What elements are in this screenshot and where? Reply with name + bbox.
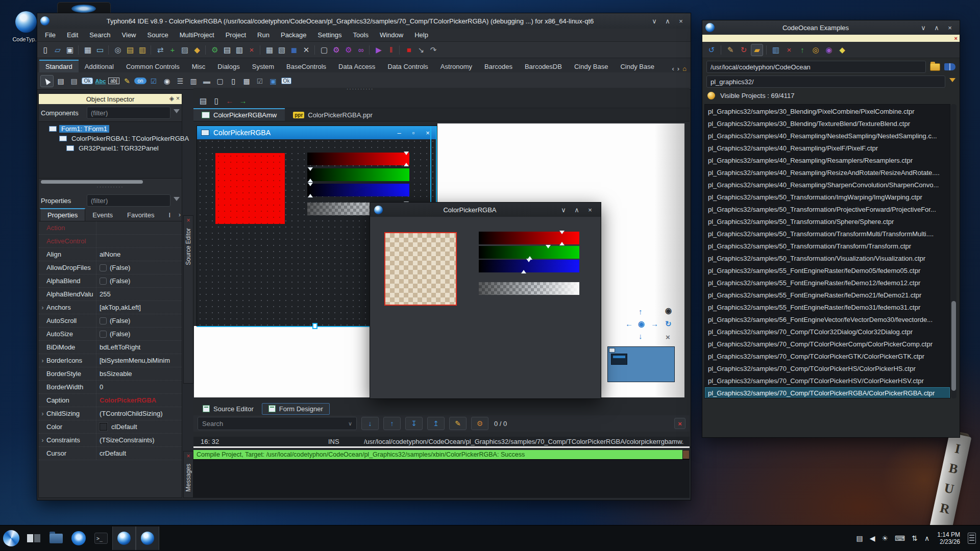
eye-icon[interactable]: ◉ bbox=[665, 306, 672, 315]
project-list-item[interactable]: pl_Graphics32/samples/30_Blending/PixelC… bbox=[705, 106, 950, 118]
green-gear-icon[interactable]: ⚙ bbox=[209, 44, 221, 56]
slider-marker[interactable] bbox=[559, 242, 565, 245]
radiobutton-component[interactable]: ◉ bbox=[161, 75, 173, 87]
menu-item[interactable]: File bbox=[40, 30, 60, 40]
close-button[interactable]: × bbox=[674, 17, 688, 25]
panel-component[interactable]: ▩ bbox=[240, 75, 253, 87]
add-unit-icon[interactable]: + bbox=[166, 44, 179, 56]
property-row[interactable]: › Align alNone bbox=[39, 248, 182, 261]
project-list-item[interactable]: pl_Graphics32/samples/50_Transformation/… bbox=[705, 191, 950, 204]
project-list-item[interactable]: pl_Graphics32/samples/55_FontEngineRaste… bbox=[705, 302, 950, 314]
project-list-item[interactable]: pl_Graphics32/samples/50_Transformation/… bbox=[705, 228, 950, 240]
notes-icon[interactable]: ▤ bbox=[856, 534, 863, 542]
property-value[interactable]: (False) bbox=[96, 314, 182, 327]
save-all-icon[interactable]: ▦ bbox=[82, 44, 94, 56]
slider-marker[interactable] bbox=[526, 259, 531, 262]
back-icon[interactable]: ← bbox=[224, 95, 235, 107]
palette-tab[interactable]: Common Controls bbox=[120, 61, 186, 72]
menu-item[interactable]: Source bbox=[143, 30, 173, 40]
clock[interactable]: 1:14 PM 2/23/26 bbox=[934, 531, 963, 545]
run-icon[interactable]: ▶ bbox=[373, 44, 385, 56]
close-icon[interactable]: × bbox=[954, 35, 958, 41]
inspector-tab[interactable]: Favorites bbox=[120, 209, 161, 221]
open-folder-icon[interactable]: ▰ bbox=[751, 44, 763, 56]
update-icon[interactable]: ↑ bbox=[796, 44, 808, 56]
refresh-icon[interactable]: ↻ bbox=[665, 319, 672, 329]
menu-item[interactable]: MultiProject bbox=[175, 30, 219, 40]
search-input[interactable]: Search ∨ bbox=[198, 417, 357, 430]
palette-home-icon[interactable]: ⌂ bbox=[682, 65, 687, 72]
mainmenu-component[interactable]: ▤ bbox=[55, 75, 67, 87]
scrollbar-component[interactable]: ▬ bbox=[201, 75, 213, 87]
color-preview-box[interactable] bbox=[215, 153, 285, 224]
project-list-item[interactable]: pl_Graphics32/samples/50_Transformation/… bbox=[705, 204, 950, 216]
highlight-icon[interactable]: ✎ bbox=[449, 417, 467, 430]
designed-form-titlebar[interactable]: ColorPickerRGBA – ▫ × bbox=[197, 126, 437, 139]
sync-icon[interactable]: ↺ bbox=[705, 44, 718, 56]
property-value[interactable] bbox=[96, 221, 182, 234]
search-project-icon[interactable]: ◎ bbox=[810, 44, 822, 56]
nav-center-icon[interactable]: ◉ bbox=[638, 319, 645, 329]
menu-item[interactable]: Window bbox=[375, 30, 408, 40]
property-row[interactable]: › AutoSize (False) bbox=[39, 328, 182, 341]
toggle-form-icon[interactable]: ⇄ bbox=[154, 44, 166, 56]
project-list-item[interactable]: pl_Graphics32/samples/56_FontEngineVecto… bbox=[705, 314, 950, 326]
menu-item[interactable]: Edit bbox=[62, 30, 83, 40]
button-component[interactable]: Ok bbox=[81, 75, 93, 87]
nav-right-icon[interactable]: → bbox=[651, 319, 658, 328]
editor-splitter-handle[interactable]: ·········· bbox=[347, 87, 374, 94]
tree-item[interactable]: ColorPickerRGBA1: TColorPickerRGBA bbox=[39, 134, 182, 143]
listbox-component[interactable]: ☰ bbox=[174, 75, 186, 87]
expand-arrow-icon[interactable]: › bbox=[39, 437, 46, 444]
path-input[interactable]: /usr/local/codetyphon/CodeOcean bbox=[706, 61, 926, 73]
open-folder-icon[interactable] bbox=[930, 63, 940, 71]
window-component[interactable]: ▣ bbox=[267, 75, 279, 87]
red-slider[interactable] bbox=[307, 153, 409, 165]
project-list-item[interactable]: pl_Graphics32/samples/70_Comp/TColorPick… bbox=[705, 387, 950, 398]
property-row[interactable]: › BiDiMode bdLeftToRight bbox=[39, 341, 182, 354]
close-icon[interactable]: × bbox=[186, 453, 190, 460]
property-row[interactable]: › Anchors [akTop,akLeft] bbox=[39, 301, 182, 314]
property-row[interactable]: › BorderIcons [biSystemMenu,biMinim bbox=[39, 354, 182, 367]
desktop-pager[interactable] bbox=[22, 527, 45, 549]
expand-arrow-icon[interactable]: › bbox=[39, 304, 46, 311]
form-resize-handle[interactable] bbox=[312, 323, 317, 329]
tabs-overflow-icon[interactable]: › bbox=[179, 211, 181, 218]
project-list-item[interactable]: pl_Graphics32/samples/55_FontEngineRaste… bbox=[705, 265, 950, 277]
edit-component[interactable]: ab| bbox=[108, 75, 120, 87]
forms-icon[interactable]: ▥ bbox=[136, 44, 149, 56]
project-list-item[interactable]: pl_Graphics32/samples/50_Transformation/… bbox=[705, 216, 950, 228]
save-icon[interactable]: ▣ bbox=[64, 44, 76, 56]
property-value[interactable]: (TControlChildSizing) bbox=[96, 407, 182, 420]
property-value[interactable]: (False) bbox=[96, 274, 182, 287]
property-value[interactable]: clDefault bbox=[96, 420, 182, 433]
minimize-button[interactable]: ∨ bbox=[557, 206, 570, 214]
palette-tab[interactable]: Barcodes bbox=[478, 61, 519, 72]
project-list-item[interactable]: pl_Graphics32/samples/40_Resampling/Resi… bbox=[705, 167, 950, 179]
property-row[interactable]: › AlphaBlendValu 255 bbox=[39, 288, 182, 301]
checkbox[interactable] bbox=[100, 264, 107, 271]
unit-list-icon[interactable]: ▤ bbox=[198, 95, 209, 107]
palette-tab[interactable]: Astronomy bbox=[434, 61, 478, 72]
step-into-icon[interactable]: ↘ bbox=[415, 44, 427, 56]
menu-item[interactable]: Run bbox=[253, 30, 274, 40]
green-slider[interactable] bbox=[307, 168, 409, 181]
cursor-tool[interactable] bbox=[40, 75, 54, 87]
property-row[interactable]: › Caption ColorPickerRGBA bbox=[39, 394, 182, 407]
property-value[interactable]: ColorPickerRGBA bbox=[96, 394, 182, 407]
binoculars-icon[interactable]: ◉ bbox=[823, 44, 835, 56]
project-list-item[interactable]: pl_Graphics32/samples/70_Comp/TColor32Di… bbox=[705, 326, 950, 338]
palette-tab[interactable]: System bbox=[246, 61, 280, 72]
slider-marker[interactable] bbox=[308, 183, 313, 186]
property-value[interactable]: alNone bbox=[96, 248, 182, 261]
properties-filter-input[interactable]: (filter) bbox=[87, 194, 170, 207]
togglebox-component[interactable]: on bbox=[134, 75, 146, 87]
unit-page-icon[interactable]: ▯ bbox=[211, 95, 222, 107]
view-tab[interactable]: Source Editor bbox=[197, 404, 260, 414]
scrollbar-thumb[interactable] bbox=[951, 301, 956, 391]
pause-icon[interactable]: ‖ bbox=[385, 44, 397, 56]
unit-info-icon[interactable]: ▨ bbox=[179, 44, 191, 56]
green-slider[interactable] bbox=[479, 246, 579, 259]
taskbar-typhon-window-2[interactable] bbox=[136, 527, 159, 550]
palette-tab[interactable]: Additional bbox=[79, 61, 120, 72]
